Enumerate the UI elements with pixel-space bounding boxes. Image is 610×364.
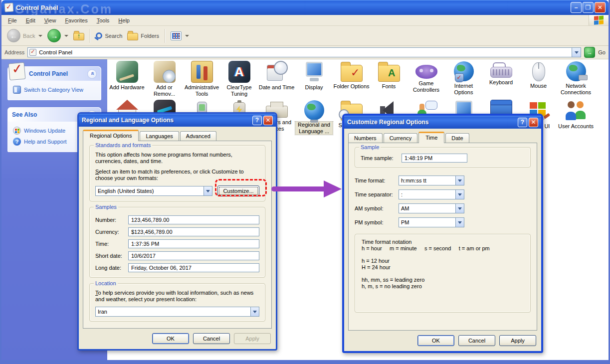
toolbar: ← Back → ↑ Search Folders [1,26,609,46]
help-button[interactable]: ? [518,118,527,127]
views-icon [171,31,182,40]
sample-value-field[interactable]: Friday, October 06, 2017 [128,263,259,272]
ok-label: OK [432,338,440,344]
control-panel-panel-icon [8,62,26,81]
cp-item-mouse[interactable]: Mouse [520,61,557,100]
search-button[interactable]: Search [93,31,125,40]
menu-item-favorites[interactable]: Favorites [60,16,92,24]
combo-time-format[interactable]: h:mm:ss tt [399,176,464,185]
menu-item-tools[interactable]: Tools [92,16,114,24]
menu-item-edit[interactable]: Edit [21,16,40,24]
regional-tab-regional-options[interactable]: Regional Options [83,130,139,141]
icon-label: Date and Time [258,84,295,91]
sample-label: Number: [95,217,128,223]
cp-item-folder-options[interactable]: Folder Options [333,61,370,100]
regional-options-tab-page: Standards and formats This option affect… [83,141,272,329]
ok-button[interactable]: OK [417,335,454,346]
regional-tab-languages[interactable]: Languages [140,131,179,141]
go-button[interactable]: → [584,47,595,58]
sample-value-field[interactable]: 1:37:35 PM [128,239,259,248]
folders-label: Folders [141,33,159,39]
address-dropdown-button[interactable] [572,48,581,57]
cp-item-cleartype-tuning[interactable]: ClearType Tuning [220,61,258,100]
sample-value-field[interactable]: 10/6/2017 [128,251,259,260]
sample-label: Long date: [95,265,128,271]
sample-value-field[interactable]: $123,456,789.00 [128,227,259,236]
field-label: AM symbol: [355,205,399,211]
up-folder-icon: ↑ [73,33,84,40]
windows-logo-icon [594,15,604,24]
minimize-button[interactable]: – [571,2,582,13]
sample-row-long-date: Long date:Friday, October 06, 2017 [95,263,259,272]
help-button[interactable]: ? [252,116,262,125]
cancel-button[interactable]: Cancel [193,333,230,344]
notation-line: H = 24 hour [362,264,524,271]
maximize-button[interactable]: ❐ [583,2,594,13]
location-select[interactable]: Iran [95,307,259,317]
regional-tab-advanced[interactable]: Advanced [180,131,216,141]
combo-arrow-icon [455,190,464,199]
sidebar-link-switch-to-category-view[interactable]: Switch to Category View [12,84,97,95]
cancel-label: Cancel [203,336,220,342]
menu-item-file[interactable]: File [3,16,21,24]
customize-regional-options-dialog: Customize Regional Options ? ✕ NumbersCu… [342,114,543,353]
icon-label: Folder Options [333,83,370,90]
forward-dropdown-icon [64,35,68,37]
cp-item-internet-options[interactable]: Internet Options [445,61,482,100]
group-title: Location [94,280,118,286]
collapse-chevron-icon[interactable]: » [87,69,97,79]
standards-description: This option affects how some programs fo… [95,152,259,165]
window-titlebar: Control Panel – ❐ ✕ [1,0,609,15]
menu-item-view[interactable]: View [40,16,61,24]
cp-item-game-controllers[interactable]: Game Controllers [407,61,445,100]
close-icon[interactable]: ✕ [263,116,273,125]
close-button[interactable]: ✕ [595,2,606,13]
location-description: To help services provide you with local … [95,290,259,303]
customize-tab-time[interactable]: Time [418,132,444,143]
user-accounts-icon [565,100,587,122]
cp-item-regional-and-language[interactable]: Regional and Language ... [295,100,333,135]
close-icon[interactable]: ✕ [529,118,538,127]
mouse-icon [532,62,545,81]
combo-arrow-icon [455,204,464,213]
address-input[interactable]: Control Panel [27,47,581,57]
customize-tab-numbers[interactable]: Numbers [348,133,383,143]
sidebar-link-label: Switch to Category View [24,87,83,93]
regional-dialog-title: Regional and Language Options [82,117,174,124]
customize-tab-currency[interactable]: Currency [384,133,418,143]
cp-item-user-accounts[interactable]: User Accounts [557,100,595,135]
cp-item-display[interactable]: Display [295,61,333,100]
windows-update-icon [13,127,21,135]
cp-item-administrative-tools[interactable]: Administrative Tools [183,61,220,100]
folders-button[interactable]: Folders [125,29,162,42]
cp-item-date-and-time[interactable]: Date and Time [258,61,295,100]
cp-item-add-hardware[interactable]: Add Hardware [108,61,146,100]
forward-button[interactable]: → [45,27,71,44]
combo-time-separator[interactable]: : [399,189,464,199]
cancel-label: Cancel [468,338,485,344]
cp-item-fonts[interactable]: Fonts [370,61,407,100]
format-select[interactable]: English (United States) [95,186,212,196]
format-select-value: English (United States) [96,188,203,194]
sample-value-field[interactable]: 123,456,789.00 [128,215,259,224]
time-sample-field[interactable]: 1:48:19 PM [402,154,467,163]
views-button[interactable] [168,30,192,42]
cp-item-network-connections[interactable]: Network Connections [557,61,595,100]
combo-am-symbol[interactable]: AM [399,203,464,213]
customize-tab-date[interactable]: Date [445,133,469,143]
menu-item-help[interactable]: Help [114,16,134,24]
apply-button[interactable]: Apply [499,335,536,346]
combo-pm-symbol[interactable]: PM [399,217,464,227]
cp-item-keyboard[interactable]: Keyboard [482,61,520,100]
ok-button[interactable]: OK [152,333,189,344]
date-time-icon [266,61,288,83]
annotation-arrow-icon [271,179,344,199]
combo-arrow-icon [455,176,464,185]
up-button[interactable]: ↑ [71,29,87,42]
cancel-button[interactable]: Cancel [458,335,495,346]
control-panel-window: Control Panel – ❐ ✕ GigaHax.Com FileEdit… [0,0,610,364]
back-button[interactable]: ← Back [4,27,45,44]
combo-arrow-icon [250,307,259,316]
cp-item-add-or-remov[interactable]: Add or Remov... [146,61,183,100]
icon-label: Add or Remov... [146,84,183,97]
